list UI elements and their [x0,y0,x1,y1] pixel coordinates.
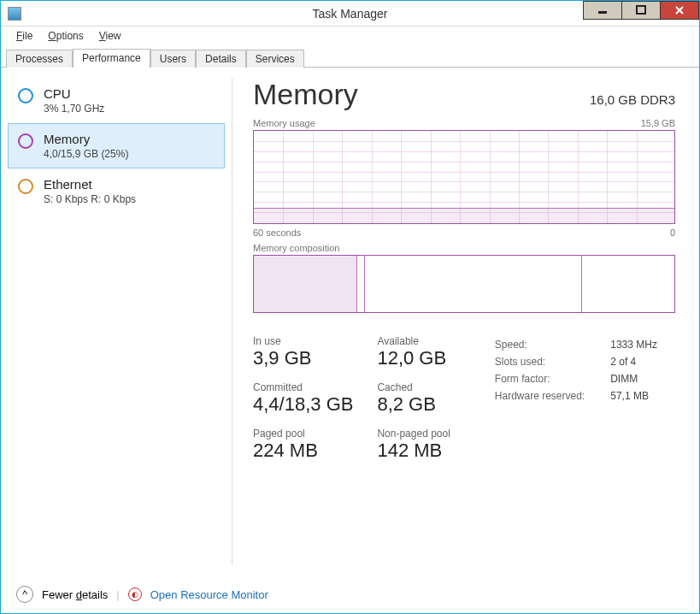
usage-chart-labels: Memory usage 15,9 GB [253,118,675,128]
sidebar-cpu-sub: 3% 1,70 GHz [44,103,104,115]
tab-performance[interactable]: Performance [73,49,150,68]
window-controls [584,1,699,20]
minimize-button[interactable] [583,1,622,20]
tab-details[interactable]: Details [196,50,246,68]
stats-left: In use 3,9 GB Available 12,0 GB Committe… [253,335,450,462]
hardware-table: Speed:1333 MHz Slots used:2 of 4 Form fa… [493,335,659,405]
main-header: Memory 16,0 GB DDR3 [253,78,675,111]
stat-cached: Cached 8,2 GB [377,381,450,416]
menubar: File Options View [1,27,699,45]
menu-view[interactable]: View [92,28,128,44]
separator: | [116,588,119,601]
sidebar-item-memory[interactable]: Memory 4,0/15,9 GB (25%) [8,123,225,168]
sidebar-item-ethernet[interactable]: Ethernet S: 0 Kbps R: 0 Kbps [1,168,232,214]
titlebar[interactable]: Task Manager [1,1,699,27]
ethernet-icon [18,179,33,194]
usage-max: 15,9 GB [641,118,675,128]
tab-users[interactable]: Users [150,50,196,68]
comp-standby [365,256,581,312]
menu-file[interactable]: File [9,28,39,44]
main-panel: Memory 16,0 GB DDR3 Memory usage 15,9 GB… [232,68,699,576]
content: CPU 3% 1,70 GHz Memory 4,0/15,9 GB (25%)… [1,68,699,576]
sidebar-item-cpu[interactable]: CPU 3% 1,70 GHz [1,78,232,123]
hw-slots: 2 of 4 [610,354,657,369]
composition-label-row: Memory composition [253,243,675,253]
sidebar-memory-title: Memory [44,132,128,146]
hw-form: DIMM [610,371,657,387]
stat-nonpaged: Non-paged pool 142 MB [377,428,450,462]
close-button[interactable] [660,1,699,20]
comp-modified [357,256,366,312]
stat-available: Available 12,0 GB [377,335,450,369]
usage-fill [254,208,674,223]
sidebar-ethernet-sub: S: 0 Kbps R: 0 Kbps [44,193,136,205]
sidebar: CPU 3% 1,70 GHz Memory 4,0/15,9 GB (25%)… [1,68,232,576]
stat-inuse: In use 3,9 GB [253,335,353,369]
maximize-button[interactable] [621,1,661,20]
hw-speed: 1333 MHz [610,337,657,352]
menu-options[interactable]: Options [41,28,90,44]
tab-services[interactable]: Services [246,50,304,68]
comp-free [582,256,674,312]
composition-label: Memory composition [253,243,339,253]
memory-composition-chart[interactable] [253,255,675,313]
open-resource-monitor-link[interactable]: Open Resource Monitor [150,588,268,601]
stat-committed: Committed 4,4/18,3 GB [253,381,353,416]
footer: ^ Fewer details | ◐ Open Resource Monito… [1,576,699,613]
sidebar-cpu-title: CPU [44,86,104,101]
stat-paged: Paged pool 224 MB [253,428,353,462]
page-title: Memory [253,78,358,111]
usage-label: Memory usage [253,118,315,128]
tab-processes[interactable]: Processes [6,50,73,68]
memory-usage-chart[interactable] [253,130,675,224]
tabbar: Processes Performance Users Details Serv… [1,47,699,68]
chevron-up-icon[interactable]: ^ [16,586,33,603]
comp-inuse [254,256,357,312]
memory-icon [18,133,33,149]
svg-rect-0 [598,11,607,14]
hw-reserved: 57,1 MB [610,388,657,404]
app-icon [8,7,21,21]
fewer-details-link[interactable]: Fewer details [42,588,108,601]
usage-chart-time: 60 seconds 0 [253,227,675,238]
sidebar-memory-sub: 4,0/15,9 GB (25%) [44,148,128,160]
stats-right: Speed:1333 MHz Slots used:2 of 4 Form fa… [493,335,659,462]
memory-capacity: 16,0 GB DDR3 [590,92,675,107]
stats: In use 3,9 GB Available 12,0 GB Committe… [253,335,675,462]
sidebar-ethernet-title: Ethernet [44,177,136,192]
task-manager-window: Task Manager File Options View Processes… [0,0,700,614]
time-left: 60 seconds [253,227,301,238]
cpu-icon [18,88,33,103]
resource-monitor-icon: ◐ [128,587,142,601]
svg-rect-1 [637,6,645,14]
time-right: 0 [670,227,675,238]
